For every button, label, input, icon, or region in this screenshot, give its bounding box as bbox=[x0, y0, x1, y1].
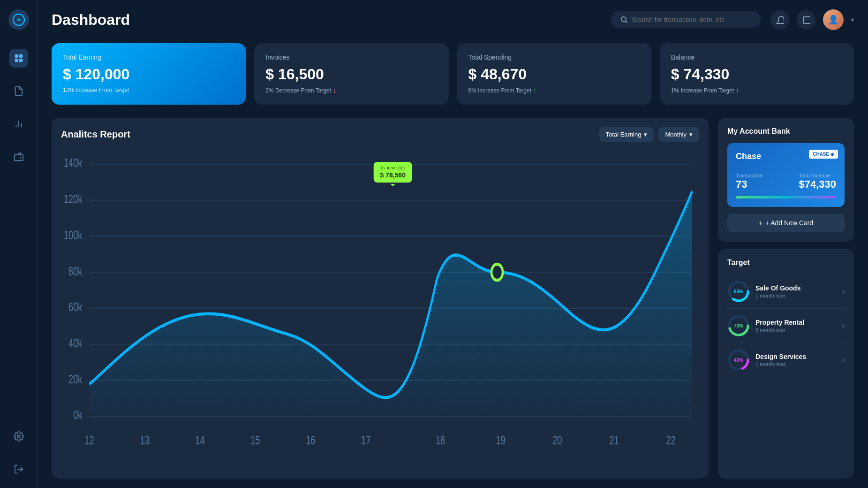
stat-label-invoices: Invoices bbox=[265, 53, 437, 61]
chevron-right-icon-rental: › bbox=[842, 321, 845, 330]
stats-row: Total Earning $ 120,000 12% Increase Fro… bbox=[52, 43, 854, 105]
add-new-card-button[interactable]: + + Add New Card bbox=[727, 214, 845, 232]
target-sub-design: 1 month later bbox=[755, 361, 837, 367]
svg-text:12: 12 bbox=[84, 434, 94, 447]
svg-rect-4 bbox=[19, 59, 22, 62]
target-panel: Target 60% Sale Of Goods 1 month later bbox=[718, 249, 854, 479]
search-icon bbox=[620, 16, 627, 23]
svg-text:80k: 80k bbox=[68, 264, 83, 278]
message-icon bbox=[802, 15, 810, 24]
bank-card-panel: My Account Bank Chase CHASE ◆ Transactio… bbox=[718, 118, 854, 242]
stat-label-total-earning: Total Earning bbox=[63, 53, 234, 61]
bank-panel-title: My Account Bank bbox=[727, 127, 845, 136]
chart-panel: Analitcs Report Total Earning ▾ Monthly … bbox=[52, 118, 709, 479]
chevron-right-icon-design: › bbox=[842, 356, 845, 364]
svg-text:60k: 60k bbox=[68, 300, 83, 314]
messages-button[interactable] bbox=[797, 10, 815, 29]
chart-header: Analitcs Report Total Earning ▾ Monthly … bbox=[61, 127, 699, 142]
target-name-design: Design Services bbox=[755, 353, 837, 360]
svg-rect-3 bbox=[15, 59, 18, 62]
svg-text:22: 22 bbox=[666, 434, 675, 447]
stat-value-balance: $ 74,330 bbox=[671, 66, 843, 83]
target-item-property-rental[interactable]: 70% Property Rental 3 month later › bbox=[727, 309, 845, 343]
svg-point-30 bbox=[491, 264, 503, 280]
sidebar-item-document[interactable] bbox=[9, 82, 28, 100]
bank-card-bar bbox=[736, 196, 836, 198]
transaction-value: 73 bbox=[736, 178, 762, 191]
svg-text:14: 14 bbox=[195, 434, 204, 447]
stat-change-total-earning: 12% Increase From Target bbox=[63, 87, 234, 93]
svg-text:0k: 0k bbox=[73, 408, 83, 422]
chart-title: Analitcs Report bbox=[61, 129, 130, 140]
main-content: Dashboard 👤 ▾ Total bbox=[38, 0, 868, 488]
search-bar[interactable] bbox=[611, 11, 761, 28]
avatar[interactable]: 👤 bbox=[823, 9, 844, 30]
transaction-label: Transaction bbox=[736, 173, 762, 178]
svg-text:18: 18 bbox=[436, 434, 445, 447]
right-panel: My Account Bank Chase CHASE ◆ Transactio… bbox=[718, 118, 854, 479]
svg-text:140k: 140k bbox=[64, 156, 83, 170]
svg-text:19: 19 bbox=[496, 434, 505, 447]
svg-text:17: 17 bbox=[361, 434, 370, 447]
arrow-down-icon: ↓ bbox=[333, 87, 336, 94]
stat-change-total-spending: 6% Increase From Target ↑ bbox=[468, 87, 640, 94]
monthly-dropdown[interactable]: Monthly ▾ bbox=[658, 127, 699, 142]
svg-text:13: 13 bbox=[140, 434, 149, 447]
svg-point-9 bbox=[20, 157, 21, 158]
sidebar-item-settings[interactable] bbox=[9, 427, 28, 446]
svg-point-10 bbox=[17, 435, 20, 438]
chevron-down-icon-period: ▾ bbox=[689, 131, 693, 138]
page-title: Dashboard bbox=[52, 11, 602, 29]
target-item-design-services[interactable]: 43% Design Services 1 month later › bbox=[727, 343, 845, 377]
sidebar-item-logout[interactable] bbox=[9, 460, 28, 479]
stat-change-invoices: 2% Decrease From Target ↓ bbox=[265, 87, 437, 94]
arrow-up-icon: ↑ bbox=[533, 87, 536, 94]
svg-text:20k: 20k bbox=[68, 373, 83, 386]
stat-card-total-spending: Total Spending $ 48,670 6% Increase From… bbox=[457, 43, 651, 105]
svg-text:21: 21 bbox=[609, 434, 619, 447]
notification-button[interactable] bbox=[770, 10, 789, 29]
stat-value-total-earning: $ 120,000 bbox=[63, 66, 234, 83]
stat-card-total-earning: Total Earning $ 120,000 12% Increase Fro… bbox=[52, 43, 246, 105]
svg-text:16: 16 bbox=[306, 434, 315, 447]
bank-card-details: Transaction 73 Total Balance: $74,330 bbox=[736, 173, 836, 191]
header-icons: 👤 ▾ bbox=[770, 9, 854, 30]
chevron-right-icon-sale: › bbox=[842, 287, 845, 296]
balance-label: Total Balance: bbox=[799, 173, 836, 178]
plus-icon: + bbox=[759, 219, 762, 227]
stat-value-invoices: $ 16,500 bbox=[265, 66, 437, 83]
target-percent-sale: 60% bbox=[734, 289, 743, 294]
chart-area: 16 June 2022 $ 78,560 140k 120k 100k 80k… bbox=[61, 149, 699, 469]
stat-card-balance: Balance $ 74,330 1% Increase From Target… bbox=[660, 43, 854, 105]
sidebar-item-wallet[interactable] bbox=[9, 147, 28, 166]
balance-value: $74,330 bbox=[799, 178, 836, 191]
stat-label-balance: Balance bbox=[671, 53, 843, 61]
svg-text:40k: 40k bbox=[68, 336, 83, 350]
search-input[interactable] bbox=[632, 16, 752, 23]
target-name-rental: Property Rental bbox=[755, 319, 837, 326]
svg-line-13 bbox=[626, 21, 627, 23]
header: Dashboard 👤 ▾ bbox=[52, 9, 854, 30]
stat-card-invoices: Invoices $ 16,500 2% Decrease From Targe… bbox=[254, 43, 448, 105]
svg-text:20: 20 bbox=[552, 434, 562, 447]
sidebar bbox=[0, 0, 38, 488]
sidebar-item-grid[interactable] bbox=[9, 49, 28, 68]
svg-point-12 bbox=[621, 17, 626, 22]
stat-label-total-spending: Total Spending bbox=[468, 53, 640, 61]
stat-change-balance: 1% Increase From Target ↑ bbox=[671, 87, 843, 94]
svg-text:120k: 120k bbox=[64, 192, 83, 206]
target-ring-property-rental: 70% bbox=[727, 314, 750, 337]
svg-rect-2 bbox=[19, 54, 22, 58]
target-percent-rental: 70% bbox=[734, 323, 743, 328]
app-logo[interactable] bbox=[8, 9, 29, 30]
svg-text:100k: 100k bbox=[64, 229, 83, 242]
bank-card: Chase CHASE ◆ Transaction 73 Total Balan… bbox=[727, 143, 845, 207]
bell-icon bbox=[776, 15, 784, 24]
target-item-sale-of-goods[interactable]: 60% Sale Of Goods 1 month later › bbox=[727, 274, 845, 309]
svg-rect-1 bbox=[15, 54, 18, 58]
svg-text:15: 15 bbox=[250, 434, 260, 447]
target-sub-sale: 1 month later bbox=[755, 293, 837, 298]
sidebar-item-chart[interactable] bbox=[9, 114, 28, 133]
svg-rect-8 bbox=[14, 154, 23, 160]
total-earning-dropdown[interactable]: Total Earning ▾ bbox=[599, 127, 654, 142]
